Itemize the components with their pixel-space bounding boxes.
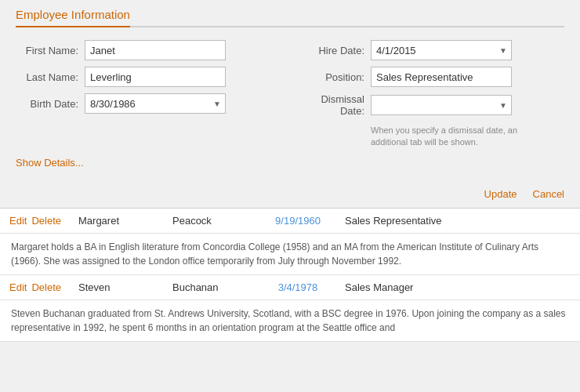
action-row: Update Cancel: [0, 180, 580, 208]
actions-cell-1: Edit Delete: [0, 209, 71, 233]
edit-button-1[interactable]: Edit: [9, 215, 27, 227]
form-right: Hire Date: 4/1/2015 ▼ Position: Dismissa…: [302, 40, 564, 149]
first-name-cell-1: Margaret: [71, 209, 165, 233]
birth-date-select[interactable]: 8/30/1986: [85, 93, 226, 114]
dismissal-hint: When you specify a dismissal date, an ad…: [371, 125, 543, 149]
birth-date-row: Birth Date: 8/30/1986 ▼: [16, 93, 278, 114]
first-name-cell-2: Steven: [71, 275, 165, 299]
update-button[interactable]: Update: [484, 185, 517, 203]
delete-button-1[interactable]: Delete: [31, 215, 61, 227]
first-name-row: First Name:: [16, 40, 278, 60]
bio-row-1: Margaret holds a BA in English literatur…: [0, 234, 580, 275]
position-label: Position:: [302, 71, 364, 83]
position-input[interactable]: [371, 67, 512, 87]
birth-date-cell-2: 3/4/1978: [259, 275, 337, 299]
hire-date-select[interactable]: 4/1/2015: [371, 40, 512, 60]
employee-table: Edit Delete Margaret Peacock 9/19/1960 S…: [0, 209, 580, 342]
hire-date-label: Hire Date:: [302, 45, 364, 56]
birth-date-label: Birth Date:: [16, 98, 78, 110]
actions-cell-2: Edit Delete: [0, 275, 71, 299]
table-row: Edit Delete Margaret Peacock 9/19/1960 S…: [0, 209, 580, 234]
dismissal-date-row: Dismissal Date: ▼: [302, 93, 564, 117]
edit-button-2[interactable]: Edit: [9, 281, 27, 293]
dismissal-date-label: Dismissal Date:: [302, 93, 364, 117]
position-cell-1: Sales Representative: [337, 209, 580, 233]
top-panel: Employee Information First Name: Last Na…: [0, 0, 580, 180]
hire-date-row: Hire Date: 4/1/2015 ▼: [302, 40, 564, 60]
hire-date-wrapper: 4/1/2015 ▼: [371, 40, 512, 60]
last-name-row: Last Name:: [16, 67, 278, 87]
tab-header: Employee Information: [16, 8, 564, 27]
position-row: Position:: [302, 67, 564, 87]
form-section: First Name: Last Name: Birth Date: 8/30/…: [16, 40, 564, 149]
birth-date-wrapper: 8/30/1986 ▼: [85, 93, 226, 114]
first-name-input[interactable]: [85, 40, 226, 60]
last-name-input[interactable]: [85, 67, 226, 87]
birth-date-cell-1: 9/19/1960: [259, 209, 337, 233]
position-cell-2: Sales Manager: [337, 275, 580, 299]
form-left: First Name: Last Name: Birth Date: 8/30/…: [16, 40, 278, 149]
bio-row-2: Steven Buchanan graduated from St. Andre…: [0, 300, 580, 342]
dismissal-date-wrapper: ▼: [371, 95, 512, 115]
last-name-label: Last Name:: [16, 71, 78, 83]
delete-button-2[interactable]: Delete: [31, 281, 61, 293]
first-name-label: First Name:: [16, 45, 78, 56]
last-name-cell-2: Buchanan: [165, 275, 259, 299]
dismissal-date-select[interactable]: [371, 95, 512, 115]
tab-employee-information[interactable]: Employee Information: [16, 8, 130, 27]
last-name-cell-1: Peacock: [165, 209, 259, 233]
table-row: Edit Delete Steven Buchanan 3/4/1978 Sal…: [0, 275, 580, 300]
show-details-link[interactable]: Show Details...: [16, 157, 84, 169]
cancel-button[interactable]: Cancel: [533, 185, 564, 203]
